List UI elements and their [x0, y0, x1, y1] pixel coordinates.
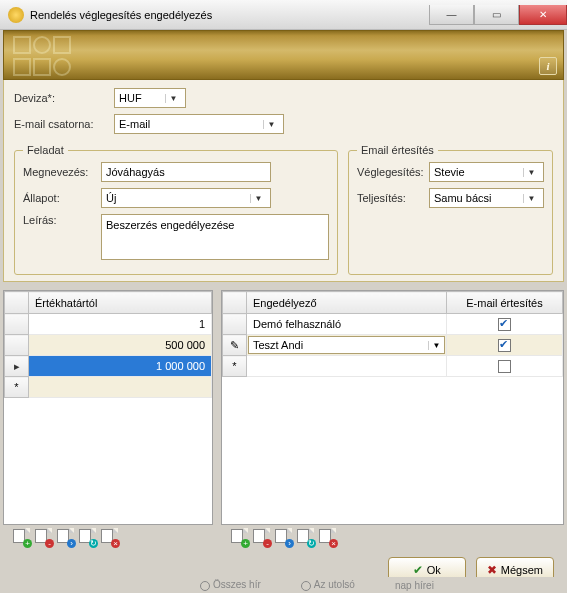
minimize-button[interactable]: — [429, 5, 474, 25]
grids-area: Értékhatártól 1 500 000 ▸ 1 000 000 * [3, 290, 564, 525]
finalize-label: Véglegesítés: [357, 166, 429, 178]
finalize-value: Stevie [434, 166, 465, 178]
export-row-icon[interactable]: › [57, 529, 73, 545]
refresh-row-icon[interactable]: ↻ [297, 529, 313, 545]
edit-row-icon: ✎ [223, 335, 247, 356]
email-channel-value: E-mail [119, 118, 150, 130]
close-button[interactable]: ✕ [519, 5, 567, 25]
row-header-corner [223, 292, 247, 314]
table-row[interactable]: 1 [5, 314, 212, 335]
add-row-icon[interactable]: + [13, 529, 29, 545]
chevron-down-icon: ▼ [263, 120, 279, 129]
banner-decoration [12, 35, 102, 77]
background-strip: Összes hír Az utolsó nap hírei [0, 577, 567, 593]
notify-legend: Email értesítés [357, 144, 438, 156]
table-row-selected[interactable]: ▸ 1 000 000 [5, 356, 212, 377]
col-approver[interactable]: Engedélyező [247, 292, 447, 314]
task-legend: Feladat [23, 144, 68, 156]
chevron-down-icon: ▼ [165, 94, 181, 103]
fulfill-combo[interactable]: Samu bácsi ▼ [429, 188, 544, 208]
approver-grid[interactable]: Engedélyező E-mail értesítés Demó felhas… [221, 290, 564, 525]
col-email-notify[interactable]: E-mail értesítés [447, 292, 563, 314]
window-buttons: — ▭ ✕ [429, 5, 567, 25]
content-area: Deviza*: HUF ▼ E-mail csatorna: E-mail ▼… [3, 80, 564, 282]
right-grid-toolbar: + - › ↻ × [231, 529, 564, 545]
task-status-value: Új [106, 192, 116, 204]
table-row[interactable]: 500 000 [5, 335, 212, 356]
chevron-down-icon: ▼ [523, 194, 539, 203]
titlebar: Rendelés véglegesítés engedélyezés — ▭ ✕ [0, 0, 567, 30]
threshold-grid[interactable]: Értékhatártól 1 500 000 ▸ 1 000 000 * [3, 290, 213, 525]
approver-combo[interactable]: Teszt Andi ▼ [248, 336, 445, 354]
currency-combo[interactable]: HUF ▼ [114, 88, 186, 108]
email-channel-combo[interactable]: E-mail ▼ [114, 114, 284, 134]
export-row-icon[interactable]: › [275, 529, 291, 545]
email-checkbox[interactable] [498, 339, 511, 352]
col-threshold[interactable]: Értékhatártól [29, 292, 212, 314]
email-channel-label: E-mail csatorna: [14, 118, 114, 130]
info-icon[interactable]: i [539, 57, 557, 75]
fulfill-label: Teljesítés: [357, 192, 429, 204]
chevron-down-icon: ▼ [250, 194, 266, 203]
check-icon: ✔ [413, 563, 423, 577]
x-icon: ✖ [487, 563, 497, 577]
email-checkbox[interactable] [498, 318, 511, 331]
table-new-row[interactable]: * [5, 377, 212, 398]
table-row[interactable]: Demó felhasználó [223, 314, 563, 335]
new-row-icon: * [5, 377, 29, 398]
refresh-row-icon[interactable]: ↻ [79, 529, 95, 545]
clear-row-icon[interactable]: × [101, 529, 117, 545]
add-row-icon[interactable]: + [231, 529, 247, 545]
currency-value: HUF [119, 92, 142, 104]
app-icon [8, 7, 24, 23]
task-desc-label: Leírás: [23, 214, 101, 226]
task-status-combo[interactable]: Új ▼ [101, 188, 271, 208]
finalize-combo[interactable]: Stevie ▼ [429, 162, 544, 182]
fulfill-value: Samu bácsi [434, 192, 491, 204]
task-name-input[interactable] [101, 162, 271, 182]
row-header-corner [5, 292, 29, 314]
current-row-indicator-icon: ▸ [5, 356, 29, 377]
task-desc-textarea[interactable]: Beszerzés engedélyezése [101, 214, 329, 260]
task-fieldset: Feladat Megnevezés: Állapot: Új ▼ Leírás… [14, 144, 338, 275]
table-new-row[interactable]: * [223, 356, 563, 377]
delete-row-icon[interactable]: - [253, 529, 269, 545]
notify-fieldset: Email értesítés Véglegesítés: Stevie ▼ T… [348, 144, 553, 275]
table-row-editing[interactable]: ✎ Teszt Andi ▼ [223, 335, 563, 356]
window-title: Rendelés véglegesítés engedélyezés [30, 9, 212, 21]
maximize-button[interactable]: ▭ [474, 5, 519, 25]
chevron-down-icon: ▼ [428, 341, 444, 350]
new-row-icon: * [223, 356, 247, 377]
currency-label: Deviza*: [14, 92, 114, 104]
task-name-label: Megnevezés: [23, 166, 101, 178]
clear-row-icon[interactable]: × [319, 529, 335, 545]
email-checkbox[interactable] [498, 360, 511, 373]
delete-row-icon[interactable]: - [35, 529, 51, 545]
task-status-label: Állapot: [23, 192, 101, 204]
header-banner: i [3, 30, 564, 80]
radio-icon [301, 581, 311, 591]
chevron-down-icon: ▼ [523, 168, 539, 177]
radio-icon [200, 581, 210, 591]
left-grid-toolbar: + - › ↻ × [13, 529, 213, 545]
